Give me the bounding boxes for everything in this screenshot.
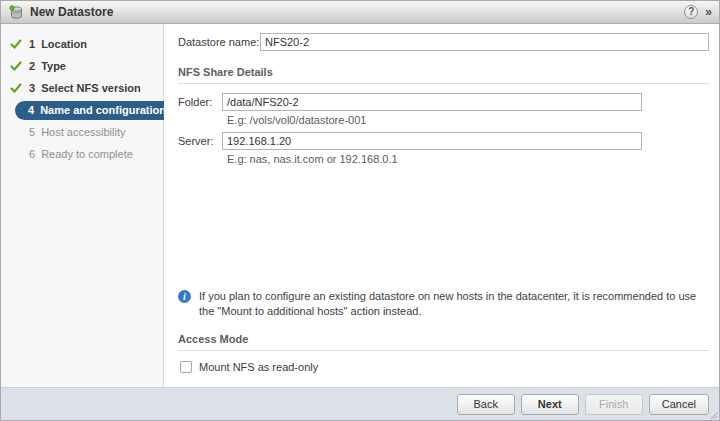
nfs-share-details-header: NFS Share Details — [178, 66, 709, 84]
info-icon: i — [178, 290, 191, 303]
step-number: 6 — [29, 148, 35, 160]
title-bar: New Datastore ? » — [1, 1, 719, 24]
server-hint: E.g: nas, nas.it.com or 192.168.0.1 — [227, 153, 709, 165]
step-label: Ready to complete — [41, 148, 133, 160]
step-type[interactable]: 2 Type — [1, 55, 163, 77]
datastore-name-label: Datastore name: — [178, 36, 260, 48]
folder-input[interactable] — [222, 93, 642, 111]
check-icon — [10, 39, 26, 50]
back-button[interactable]: Back — [457, 394, 515, 415]
step-name-and-configuration[interactable]: 4 Name and configuration — [1, 99, 163, 121]
step-label: Select NFS version — [41, 82, 141, 94]
step-number: 4 — [28, 104, 34, 116]
next-button[interactable]: Next — [521, 394, 579, 415]
step-number: 5 — [29, 126, 35, 138]
step-label: Location — [41, 38, 87, 50]
step-select-nfs-version[interactable]: 3 Select NFS version — [1, 77, 163, 99]
step-number: 3 — [29, 82, 35, 94]
step-ready-to-complete[interactable]: 6 Ready to complete — [1, 143, 163, 165]
mount-read-only-label: Mount NFS as read-only — [199, 361, 318, 373]
datastore-icon — [9, 5, 24, 20]
wizard-steps-sidebar: 1 Location 2 Type 3 Select NFS version — [1, 24, 164, 387]
step-label: Type — [41, 60, 66, 72]
info-note-text: If you plan to configure an existing dat… — [199, 289, 709, 319]
datastore-name-input[interactable] — [260, 33, 709, 51]
step-location[interactable]: 1 Location — [1, 33, 163, 55]
check-icon — [10, 61, 26, 72]
check-icon — [10, 83, 26, 94]
step-label: Name and configuration — [40, 104, 166, 116]
mount-read-only-option[interactable]: Mount NFS as read-only — [180, 361, 709, 373]
info-note: i If you plan to configure an existing d… — [178, 289, 709, 319]
step-number: 1 — [29, 38, 35, 50]
new-datastore-wizard: New Datastore ? » 1 Location 2 Type — [0, 0, 720, 421]
mount-read-only-checkbox[interactable] — [180, 361, 192, 373]
resize-grip[interactable] — [709, 410, 718, 419]
server-label: Server: — [178, 135, 222, 147]
step-host-accessibility[interactable]: 5 Host accessibility — [1, 121, 163, 143]
folder-label: Folder: — [178, 96, 222, 108]
step-number: 2 — [29, 60, 35, 72]
window-title: New Datastore — [30, 5, 113, 19]
finish-button[interactable]: Finish — [585, 394, 643, 415]
access-mode-header: Access Mode — [178, 333, 709, 351]
step-label: Host accessibility — [41, 126, 125, 138]
step-content-panel: Datastore name: NFS Share Details Folder… — [164, 24, 719, 387]
current-step-highlight: 4 Name and configuration — [15, 101, 176, 120]
folder-hint: E.g: /vols/vol0/datastore-001 — [227, 114, 709, 126]
wizard-body: 1 Location 2 Type 3 Select NFS version — [1, 24, 719, 387]
collapse-chevrons-icon[interactable]: » — [705, 5, 711, 19]
wizard-footer: Back Next Finish Cancel — [1, 387, 719, 420]
server-input[interactable] — [222, 132, 642, 150]
empty-space — [178, 171, 709, 289]
help-icon[interactable]: ? — [684, 5, 698, 19]
cancel-button[interactable]: Cancel — [649, 394, 709, 415]
